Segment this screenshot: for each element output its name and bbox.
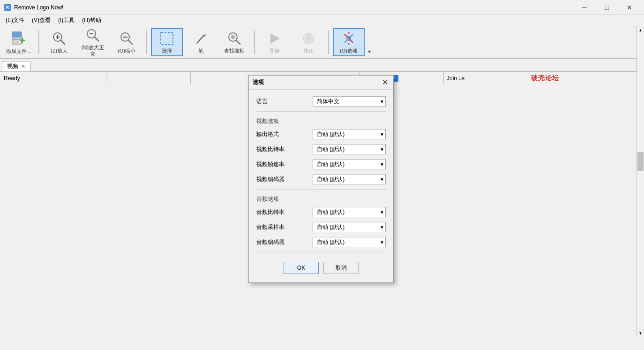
audio-bitrate-label: 音频比特率 [256, 208, 313, 216]
menu-help[interactable]: (H)帮助 [78, 15, 105, 26]
pen-label: 笔 [198, 48, 203, 54]
tab-bar: 视频 ✕ [0, 59, 644, 71]
dialog-close-button[interactable]: ✕ [380, 78, 389, 87]
zoom-in-icon [51, 30, 67, 46]
language-label: 语言 [256, 98, 313, 106]
separator-4 [328, 30, 329, 54]
menu-file[interactable]: (E)文件 [2, 15, 28, 26]
language-row: 语言 简体中文 English 繁體中文 ▼ [256, 96, 386, 107]
scrollbar-up[interactable]: ▲ [637, 26, 644, 34]
find-watermark-icon [226, 30, 243, 46]
audio-codec-label: 音频编码器 [256, 238, 313, 246]
tab-video[interactable]: 视频 ✕ [2, 61, 30, 71]
svg-line-23 [236, 40, 240, 45]
video-framerate-row: 视频帧速率 自动 (默认) ▼ [256, 159, 386, 169]
menu-bar: (E)文件 (V)查看 (I)工具 (H)帮助 [0, 15, 644, 26]
options-icon [340, 30, 357, 46]
status-panel-joinus: Join us [443, 72, 528, 84]
zoom-out-label: (O)缩小 [118, 48, 135, 54]
toolbar-start: 开始 [259, 28, 291, 56]
status-panel-forum: 破壳论坛 [528, 72, 640, 84]
audio-samplerate-select-input[interactable]: 自动 (默认) [315, 222, 383, 232]
title-bar-left: R Remove Logo Now! [4, 4, 63, 11]
options-label: (O)选项 [340, 48, 358, 54]
video-codec-select[interactable]: 自动 (默认) ▼ [313, 174, 386, 184]
output-format-row: 输出格式 自动 (默认) ▼ [256, 129, 386, 139]
scrollbar-track [637, 34, 644, 329]
svg-line-13 [94, 37, 99, 41]
toolbar-select[interactable]: 选择 [151, 28, 183, 56]
minimize-button[interactable]: ─ [574, 0, 595, 15]
tab-video-label: 视频 [7, 62, 18, 70]
divider-1 [256, 111, 386, 112]
toolbar-zoom-out[interactable]: (O)缩小 [111, 28, 142, 56]
audio-section-header: 音频选项 [256, 195, 386, 203]
stop-label: 停止 [303, 48, 314, 54]
ok-button[interactable]: OK [284, 262, 319, 274]
language-select[interactable]: 简体中文 English 繁體中文 ▼ [313, 96, 386, 107]
dialog-title: 选项 [253, 78, 264, 86]
toolbar-options[interactable]: (O)选项 [333, 28, 365, 56]
video-bitrate-label: 视频比特率 [256, 145, 313, 153]
video-framerate-select[interactable]: 自动 (默认) ▼ [313, 159, 386, 169]
svg-marker-33 [367, 51, 371, 53]
scrollbar-thumb[interactable] [637, 152, 644, 171]
svg-point-24 [231, 35, 235, 39]
toolbar-add-file[interactable]: 添加文件... [3, 28, 35, 56]
status-ready: Ready [4, 75, 106, 82]
toolbar-find-watermark[interactable]: 查找徽标 [218, 28, 250, 56]
svg-marker-25 [270, 33, 280, 44]
output-format-select[interactable]: 自动 (默认) ▼ [313, 129, 386, 139]
toolbar-overflow[interactable] [367, 28, 372, 56]
svg-line-9 [60, 40, 65, 45]
svg-marker-32 [348, 43, 350, 45]
tab-video-close[interactable]: ✕ [21, 63, 25, 69]
zoom-in-label: (Z)放大 [51, 48, 67, 54]
app-title: Remove Logo Now! [14, 4, 63, 11]
svg-point-27 [305, 35, 312, 42]
audio-bitrate-select-input[interactable]: 自动 (默认) [315, 207, 383, 217]
output-format-label: 输出格式 [256, 130, 313, 138]
cancel-button[interactable]: 取消 [323, 262, 359, 274]
toolbar-zoom-normal[interactable]: (N)放大正常 [77, 28, 109, 56]
menu-view[interactable]: (V)查看 [28, 15, 54, 26]
toolbar-pen[interactable]: 笔 [185, 28, 217, 56]
video-framerate-select-input[interactable]: 自动 (默认) [315, 160, 383, 169]
output-format-select-input[interactable]: 自动 (默认) [315, 129, 383, 139]
add-file-label: 添加文件... [6, 48, 31, 54]
video-bitrate-select[interactable]: 自动 (默认) ▼ [313, 144, 386, 154]
video-codec-select-input[interactable]: 自动 (默认) [315, 175, 383, 184]
video-codec-label: 视频编码器 [256, 175, 313, 183]
language-select-input[interactable]: 简体中文 English 繁體中文 [315, 97, 383, 106]
scrollbar-vertical[interactable]: ▲ ▼ [637, 26, 644, 337]
audio-samplerate-row: 音频采样率 自动 (默认) ▼ [256, 222, 386, 232]
video-framerate-label: 视频帧速率 [256, 160, 313, 168]
dialog-buttons: OK 取消 [256, 257, 386, 276]
separator-2 [146, 30, 147, 54]
title-bar: R Remove Logo Now! ─ □ ✕ [0, 0, 644, 15]
options-dialog[interactable]: 选项 ✕ 语言 简体中文 English 繁體中文 ▼ 视频选项 [248, 75, 394, 283]
start-icon [266, 30, 283, 46]
maximize-button[interactable]: □ [596, 0, 618, 15]
menu-tools[interactable]: (I)工具 [54, 15, 78, 26]
audio-codec-row: 音频编码器 自动 (默认) ▼ [256, 237, 386, 247]
toolbar-zoom-in[interactable]: (Z)放大 [43, 28, 75, 56]
audio-codec-select[interactable]: 自动 (默认) ▼ [313, 237, 386, 247]
zoom-normal-icon [84, 27, 101, 43]
video-bitrate-row: 视频比特率 自动 (默认) ▼ [256, 144, 386, 154]
separator-3 [254, 30, 255, 54]
audio-codec-select-input[interactable]: 自动 (默认) [315, 237, 383, 247]
start-label: 开始 [270, 48, 280, 54]
scrollbar-down[interactable]: ▼ [637, 329, 644, 337]
zoom-normal-label: (N)放大正常 [79, 45, 106, 57]
audio-bitrate-select[interactable]: 自动 (默认) ▼ [313, 207, 386, 217]
stop-icon [300, 30, 317, 46]
audio-samplerate-select[interactable]: 自动 (默认) ▼ [313, 222, 386, 232]
svg-rect-6 [12, 38, 22, 40]
toolbar: 添加文件... (Z)放大 (N)放大正常 [0, 26, 644, 59]
close-button[interactable]: ✕ [619, 0, 640, 15]
add-file-icon [10, 30, 27, 47]
svg-rect-3 [12, 32, 22, 38]
svg-line-16 [128, 40, 133, 45]
video-bitrate-select-input[interactable]: 自动 (默认) [315, 145, 383, 154]
